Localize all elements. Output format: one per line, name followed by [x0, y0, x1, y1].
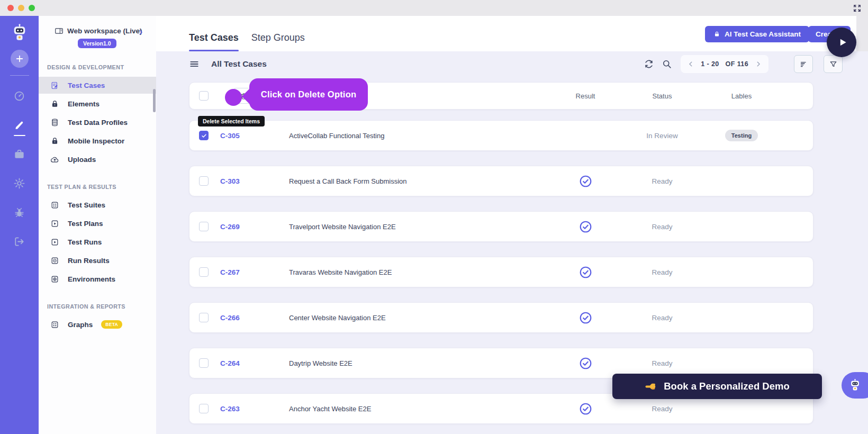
chevron-right-icon[interactable]	[137, 29, 144, 36]
sidebar-item[interactable]: Test Data Profiles	[39, 114, 156, 131]
sidebar: Web workspace (Live) Version1.0 DESIGN &…	[39, 16, 156, 434]
grid-icon	[50, 320, 59, 329]
sidebar-item[interactable]: Environments	[39, 270, 156, 287]
tabbar-right-cap	[856, 16, 868, 51]
result-passed-icon	[578, 311, 593, 325]
row-checkbox[interactable]	[199, 267, 209, 277]
check-icon	[201, 133, 207, 139]
sidebar-item[interactable]: Uploads	[39, 151, 156, 168]
status-text: Ready	[617, 223, 707, 231]
rail-nav-item[interactable]	[11, 116, 29, 134]
sort-button[interactable]	[794, 55, 813, 73]
primary-nav-rail	[0, 16, 39, 434]
qa-robot-icon[interactable]	[10, 23, 30, 43]
sidebar-item[interactable]: Test Runs	[39, 233, 156, 250]
window-titlebar	[0, 0, 868, 16]
rail-nav-item[interactable]	[11, 87, 29, 105]
test-case-list: Delete Result Status Lables Click on Del…	[189, 82, 813, 424]
delete-tooltip: Delete Selected Items	[198, 116, 265, 126]
sidebar-item[interactable]: Elements	[39, 95, 156, 112]
table-row[interactable]: C-303 Request a Call Back Form Submissio…	[189, 166, 813, 196]
video-play-overlay-button[interactable]	[827, 28, 856, 57]
testcase-id-link[interactable]: C-264	[220, 359, 289, 367]
window-controls[interactable]	[7, 5, 35, 11]
list-toolbar: All Test Cases 1 - 20 OF 116	[156, 51, 868, 77]
pagination-total: OF 116	[726, 60, 748, 68]
row-checkbox[interactable]	[199, 313, 209, 322]
testcase-id-link[interactable]: C-305	[220, 132, 289, 140]
signout-icon	[13, 236, 25, 248]
testcase-title: Center Website Navigation E2E	[289, 314, 554, 322]
doc-edit-icon	[50, 81, 59, 90]
minimize-window-button[interactable]	[18, 5, 24, 11]
result-passed-icon	[578, 402, 593, 416]
row-checkbox[interactable]	[199, 404, 209, 413]
zoom-window-button[interactable]	[29, 5, 35, 11]
chevron-left-icon[interactable]	[687, 60, 694, 68]
testcase-title: Request a Call Back Form Submission	[289, 177, 554, 185]
sidebar-item[interactable]: Mobile Inspector	[39, 132, 156, 149]
testcase-id-link[interactable]: C-303	[220, 177, 289, 185]
row-checkbox[interactable]	[199, 222, 209, 231]
chat-widget-button[interactable]	[842, 372, 868, 399]
plus-icon	[15, 54, 24, 64]
tab-test-cases[interactable]: Test Cases	[189, 32, 239, 51]
row-checkbox[interactable]	[199, 131, 209, 140]
play-square-icon	[50, 219, 59, 228]
result-passed-icon	[578, 174, 593, 188]
ai-test-case-assistant-button[interactable]: AI Test Case Assistant	[705, 26, 809, 42]
result-passed-icon	[578, 356, 593, 370]
pointing-hand-icon	[645, 380, 657, 393]
column-header-labels: Lables	[707, 92, 776, 100]
workspace-icon	[55, 26, 64, 35]
select-all-checkbox[interactable]	[199, 91, 209, 101]
testcase-title: Anchor Yacht Website E2E	[289, 405, 554, 413]
chevron-right-icon[interactable]	[755, 60, 762, 68]
sidebar-item[interactable]: Graphs BETA	[39, 316, 156, 333]
filter-button[interactable]	[824, 55, 843, 73]
tab-bar: Test Cases Step Groups AI Test Case Assi…	[156, 16, 868, 51]
coach-tooltip: Click on Delete Option	[249, 78, 368, 111]
row-checkbox[interactable]	[199, 176, 209, 186]
testcase-title: Travelport Website Navigation E2E	[289, 223, 554, 231]
sidebar-scrollbar[interactable]	[153, 89, 156, 112]
testcase-id-link[interactable]: C-263	[220, 405, 289, 413]
book-demo-banner[interactable]: Book a Personalized Demo	[612, 374, 822, 399]
workspace-name: Web workspace (Live)	[67, 27, 142, 35]
sidebar-section-title: DESIGN & DEVELOPMENT	[39, 64, 156, 70]
sidebar-item[interactable]: Test Suites	[39, 196, 156, 213]
sidebar-section-title: INTEGRATION & REPORTS	[39, 303, 156, 310]
testcase-id-link[interactable]: C-269	[220, 223, 289, 231]
rail-nav-item[interactable]	[11, 145, 29, 163]
rail-nav-item[interactable]	[11, 232, 29, 250]
close-window-button[interactable]	[7, 5, 14, 11]
rail-nav-item[interactable]	[11, 203, 29, 221]
globe-square-icon	[50, 275, 59, 284]
hamburger-icon[interactable]	[189, 59, 200, 69]
expand-icon[interactable]	[853, 4, 862, 13]
add-button[interactable]	[11, 50, 29, 68]
testcase-id-link[interactable]: C-267	[220, 268, 289, 276]
status-text: Ready	[617, 314, 707, 322]
refresh-icon[interactable]	[644, 59, 654, 69]
sidebar-section-integration: Graphs BETA	[39, 316, 156, 333]
table-row[interactable]: C-269 Travelport Website Navigation E2E …	[189, 211, 813, 242]
search-icon[interactable]	[662, 59, 672, 69]
table-row[interactable]: C-266 Center Website Navigation E2E Read…	[189, 302, 813, 333]
sidebar-item[interactable]: Run Results	[39, 252, 156, 269]
rail-nav-item[interactable]	[11, 174, 29, 192]
lock-icon	[50, 137, 59, 146]
qa-robot-icon	[848, 378, 862, 393]
coach-click-indicator	[225, 89, 242, 106]
version-badge[interactable]: Version1.0	[78, 39, 116, 48]
sidebar-item[interactable]: Test Plans	[39, 215, 156, 232]
sidebar-item[interactable]: Test Cases	[39, 77, 156, 94]
status-text: Ready	[617, 177, 707, 185]
table-row[interactable]: C-305 ActiveCollab Functional Testing In…	[189, 120, 813, 151]
tab-step-groups[interactable]: Step Groups	[251, 32, 305, 51]
filter-icon	[829, 60, 838, 69]
testcase-id-link[interactable]: C-266	[220, 314, 289, 322]
table-row[interactable]: C-267 Travaras Website Navigation E2E Re…	[189, 257, 813, 287]
row-checkbox[interactable]	[199, 358, 209, 368]
pagination-range: 1 - 20	[701, 60, 719, 68]
